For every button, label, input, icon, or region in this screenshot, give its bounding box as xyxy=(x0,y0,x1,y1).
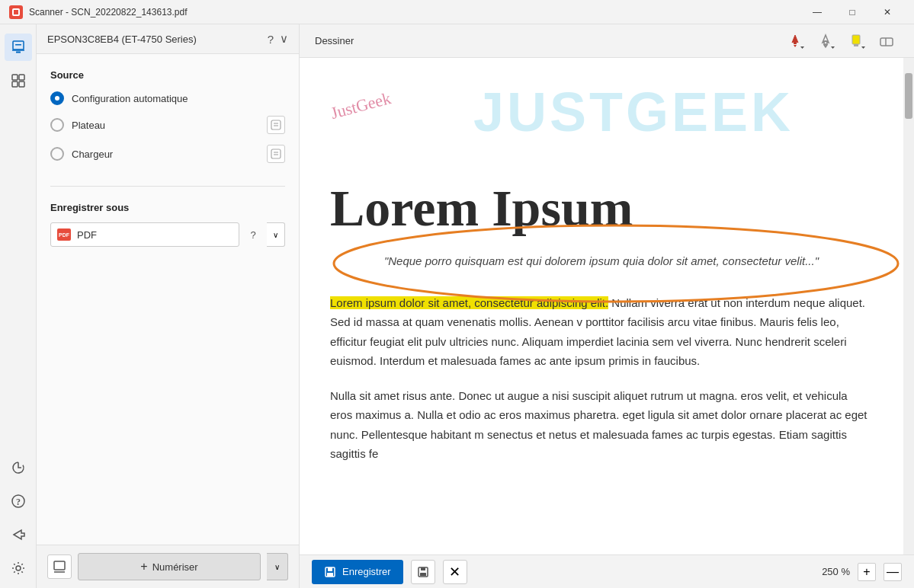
sidebar-help-button[interactable]: ? xyxy=(5,487,32,515)
save-dropdown-arrow[interactable]: ∨ xyxy=(267,222,285,247)
svg-rect-37 xyxy=(421,567,425,570)
svg-text:?: ? xyxy=(16,497,21,507)
eraser-button[interactable] xyxy=(874,29,899,53)
radio-circle-plateau xyxy=(50,118,64,132)
panel-content: Source Configuration automatique Plateau xyxy=(37,54,299,545)
icon-sidebar: ? xyxy=(0,24,37,588)
draw-toolbar-label: Dessiner xyxy=(315,35,354,46)
source-option-auto[interactable]: Configuration automatique xyxy=(50,91,285,105)
window-title: Scanner - SCN_20220822_143613.pdf xyxy=(29,7,794,18)
scrollbar-thumb[interactable] xyxy=(905,73,912,119)
radio-circle-chargeur xyxy=(50,147,64,161)
svg-rect-38 xyxy=(420,573,426,576)
handwriting-annotation: JustGeek xyxy=(329,88,393,123)
zoom-in-button[interactable]: + xyxy=(858,563,876,581)
svg-rect-30 xyxy=(880,38,893,46)
svg-rect-4 xyxy=(12,75,18,80)
sidebar-scan-button[interactable] xyxy=(5,34,32,61)
paragraph-2-text: Nulla sit amet risus ante. Donec ut augu… xyxy=(330,389,867,461)
svg-rect-34 xyxy=(328,567,332,571)
save-section-title: Enregistrer sous xyxy=(50,202,285,213)
scan-btn-arrow[interactable]: ∨ xyxy=(267,553,288,580)
svg-rect-27 xyxy=(852,35,860,44)
svg-rect-28 xyxy=(854,44,858,46)
scrollbar-track[interactable] xyxy=(903,58,914,554)
svg-rect-35 xyxy=(327,573,333,577)
source-option-plateau[interactable]: Plateau xyxy=(50,116,285,134)
radio-circle-auto xyxy=(50,91,64,105)
scan-button-label: Numériser xyxy=(152,561,198,573)
paragraph-1: Lorem ipsum dolor sit amet, consectetur … xyxy=(330,293,873,371)
toolbar-icons xyxy=(783,29,899,53)
save-format-label: PDF xyxy=(77,229,233,241)
window-controls: — □ ✕ xyxy=(800,0,905,24)
panel-header-icons: ? ∨ xyxy=(268,32,288,46)
source-label-chargeur: Chargeur xyxy=(72,149,259,160)
pen-outline-button[interactable] xyxy=(813,29,838,53)
panel-header: EPSON3C8EB4 (ET-4750 Series) ? ∨ xyxy=(37,24,299,54)
svg-rect-20 xyxy=(794,41,797,44)
svg-rect-17 xyxy=(54,561,65,570)
icon-sidebar-top xyxy=(5,30,32,451)
source-label-plateau: Plateau xyxy=(72,120,259,131)
close-button[interactable]: ✕ xyxy=(870,0,905,24)
settings-panel: EPSON3C8EB4 (ET-4750 Series) ? ∨ Source … xyxy=(37,24,300,588)
svg-marker-25 xyxy=(824,45,827,47)
svg-marker-22 xyxy=(800,46,804,49)
source-radio-group: Configuration automatique Plateau Charge… xyxy=(50,91,285,163)
preview-scroll-area[interactable]: JUSTGEEK JustGeek Lorem Ipsum "Neque por… xyxy=(300,58,914,554)
pdf-icon: PDF xyxy=(57,228,71,241)
svg-rect-11 xyxy=(271,120,281,129)
vertical-scrollbar[interactable] xyxy=(903,58,914,554)
save-dropdown-row: PDF PDF ? ∨ xyxy=(50,222,285,247)
chargeur-info-button[interactable] xyxy=(267,145,285,163)
source-option-chargeur[interactable]: Chargeur xyxy=(50,145,285,163)
svg-rect-24 xyxy=(824,41,827,44)
svg-rect-5 xyxy=(19,75,24,80)
source-section-title: Source xyxy=(50,69,285,81)
scan-button[interactable]: + Numériser xyxy=(78,553,261,580)
app-icon xyxy=(9,5,23,19)
scan-plus-icon: + xyxy=(140,560,147,574)
preview-bottom-bar: Enregistrer ✕ 250 % + — xyxy=(300,554,914,588)
svg-point-10 xyxy=(16,566,21,570)
icon-sidebar-bottom: ? xyxy=(5,454,32,588)
plateau-info-button[interactable] xyxy=(267,116,285,134)
save-main-button-label: Enregistrer xyxy=(342,566,391,577)
document-quote: "Neque porro quisquam est qui dolorem ip… xyxy=(330,252,873,270)
sidebar-grid-button[interactable] xyxy=(5,67,32,94)
sidebar-settings-button[interactable] xyxy=(5,554,32,582)
main-layout: ? EPSON3C8EB4 (ET-4750 Series) ? ∨ Sourc… xyxy=(0,24,914,588)
panel-chevron-button[interactable]: ∨ xyxy=(280,32,288,46)
panel-help-button[interactable]: ? xyxy=(268,33,274,46)
highlight-button[interactable] xyxy=(844,29,868,53)
preview-toolbar: Dessiner xyxy=(300,24,914,58)
document-content: JustGeek Lorem Ipsum "Neque porro quisqu… xyxy=(300,58,903,554)
sidebar-share-button[interactable] xyxy=(5,521,32,548)
close-preview-button[interactable]: ✕ xyxy=(443,560,467,584)
minimize-button[interactable]: — xyxy=(800,0,835,24)
save-format-dropdown[interactable]: PDF PDF xyxy=(50,222,239,247)
svg-rect-3 xyxy=(16,52,21,53)
save-alt-button[interactable] xyxy=(411,560,435,584)
svg-rect-14 xyxy=(271,149,281,158)
svg-marker-29 xyxy=(861,46,865,49)
zoom-out-button[interactable]: — xyxy=(884,563,902,581)
pen-fill-button[interactable] xyxy=(783,29,807,53)
highlighted-text: Lorem ipsum dolor sit amet, consectetur … xyxy=(330,296,608,309)
svg-rect-1 xyxy=(15,44,21,46)
preview-area: Dessiner xyxy=(300,24,914,588)
document-title: Lorem Ipsum xyxy=(330,180,873,237)
zoom-level: 250 % xyxy=(822,566,850,577)
svg-rect-7 xyxy=(19,81,24,87)
maximize-button[interactable]: □ xyxy=(835,0,870,24)
titlebar: Scanner - SCN_20220822_143613.pdf — □ ✕ xyxy=(0,0,914,24)
sidebar-history-button[interactable] xyxy=(5,454,32,481)
save-main-button[interactable]: Enregistrer xyxy=(312,560,403,584)
svg-rect-6 xyxy=(12,81,18,87)
panel-preview-button[interactable] xyxy=(47,554,72,579)
save-help-button[interactable]: ? xyxy=(244,225,262,244)
section-divider xyxy=(50,186,285,187)
panel-bottom: + Numériser ∨ xyxy=(37,545,299,588)
printer-name: EPSON3C8EB4 (ET-4750 Series) xyxy=(47,34,261,45)
